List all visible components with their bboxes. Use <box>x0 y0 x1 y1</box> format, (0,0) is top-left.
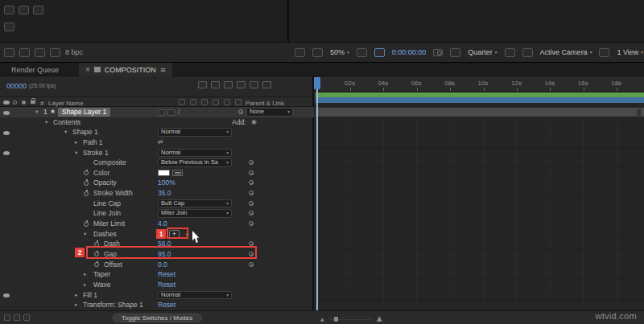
project-flowchart-icon[interactable] <box>4 48 14 57</box>
tab-composition[interactable]: × COMPOSITION ≡ <box>79 63 172 76</box>
playhead-line[interactable] <box>316 81 318 310</box>
property-row-shape-1[interactable]: ▾Shape 1Normal▾ <box>0 127 314 137</box>
color-gradient-swatch[interactable] <box>172 170 183 176</box>
twirl-open-icon[interactable]: ▾ <box>64 127 67 137</box>
magnification-dropdown[interactable]: 50%▾ <box>330 48 349 56</box>
always-preview-icon[interactable] <box>295 48 305 57</box>
property-row-wave[interactable]: ▸WaveReset <box>0 280 314 290</box>
twirl-open-icon[interactable]: ▾ <box>75 148 77 158</box>
twirl-closed-icon[interactable]: ▸ <box>84 280 86 290</box>
channel-icon[interactable] <box>312 48 323 57</box>
property-pickwhip-icon[interactable] <box>249 211 254 215</box>
selection-tool-icon[interactable] <box>4 6 14 14</box>
twirl-open-icon[interactable]: ▾ <box>84 229 86 240</box>
expand-layer-pane-icon[interactable] <box>4 314 10 321</box>
property-pickwhip-icon[interactable] <box>249 262 254 267</box>
property-value[interactable]: 100% <box>158 178 175 188</box>
close-tab-icon[interactable]: × <box>85 65 90 74</box>
value-dropdown[interactable]: Normal▾ <box>158 149 232 158</box>
layer-name[interactable]: Shape Layer 1 <box>58 108 110 117</box>
snapshot-camera-icon[interactable] <box>433 49 443 56</box>
property-pickwhip-icon[interactable] <box>249 191 254 195</box>
visibility-eye-icon[interactable] <box>3 151 10 155</box>
hide-shy-layers-icon[interactable] <box>224 81 233 88</box>
visibility-eye-icon[interactable] <box>3 131 10 135</box>
property-pickwhip-icon[interactable] <box>249 201 254 206</box>
stopwatch-icon[interactable] <box>94 262 99 267</box>
property-row-offset[interactable]: Offset0.0 <box>0 260 314 270</box>
twirl-closed-icon[interactable]: ▸ <box>75 290 77 301</box>
add-menu-button[interactable]: ◉ <box>251 117 257 128</box>
visibility-eye-icon[interactable] <box>3 111 10 115</box>
property-row-miter-limit[interactable]: Miter Limit4.0 <box>0 219 314 229</box>
toggle-switches-modes-button[interactable]: Toggle Switches / Modes <box>113 314 202 322</box>
bit-depth-button[interactable]: 8 bpc <box>65 48 83 56</box>
property-pickwhip-icon[interactable] <box>249 170 254 175</box>
property-row-line-join[interactable]: Line JoinMiter Join▾ <box>0 208 314 219</box>
expand-inout-pane-icon[interactable] <box>14 314 20 321</box>
new-folder-icon[interactable] <box>19 48 30 57</box>
twirl-closed-icon[interactable]: ▸ <box>75 300 77 310</box>
parent-link-column-header[interactable]: Parent & Link <box>246 100 284 107</box>
stopwatch-icon[interactable] <box>84 222 89 227</box>
value-dropdown[interactable]: Below Previous in Sa▾ <box>158 158 232 167</box>
twirl-closed-icon[interactable]: ▸ <box>84 269 86 280</box>
motion-blur-icon[interactable] <box>250 81 258 88</box>
property-row-contents[interactable]: ▾ContentsAdd:◉ <box>0 117 314 128</box>
value-dropdown[interactable]: Miter Join▾ <box>158 209 232 218</box>
twirl-closed-icon[interactable]: ▸ <box>75 137 77 148</box>
graph-editor-icon[interactable] <box>262 81 271 88</box>
twirl-open-icon[interactable]: ▾ <box>35 107 38 117</box>
property-pickwhip-icon[interactable] <box>249 221 254 226</box>
camera-view-dropdown[interactable]: Active Camera▾ <box>540 48 592 56</box>
property-row-taper[interactable]: ▸TaperReset <box>0 269 314 280</box>
stopwatch-icon[interactable] <box>84 170 89 175</box>
property-row-line-cap[interactable]: Line CapButt Cap▾ <box>0 199 314 209</box>
stopwatch-icon[interactable] <box>84 191 89 196</box>
color-swatch[interactable] <box>158 170 170 176</box>
viewer-timecode[interactable]: 0:00:00:00 <box>392 48 427 56</box>
property-value[interactable]: Reset <box>158 280 175 290</box>
tab-render-queue[interactable]: Render Queue <box>11 66 59 74</box>
zoom-slider-thumb[interactable] <box>334 317 338 322</box>
visibility-eye-icon[interactable] <box>3 293 10 297</box>
current-time-indicator[interactable] <box>314 77 320 89</box>
expand-render-pane-icon[interactable] <box>23 314 30 321</box>
value-dropdown[interactable]: Normal▾ <box>158 291 232 300</box>
timeline-zoom-slider[interactable]: ▲ ▲ <box>320 314 382 322</box>
property-row-stroke-width[interactable]: Stroke Width35.0 <box>0 188 314 199</box>
region-of-interest-icon[interactable] <box>505 48 515 57</box>
value-dropdown[interactable]: Butt Cap▾ <box>158 199 232 208</box>
hand-tool-icon[interactable] <box>19 6 29 14</box>
property-value[interactable]: 0.0 <box>158 260 167 270</box>
work-area-bar[interactable] <box>316 97 644 103</box>
property-row-transform-shape-1[interactable]: ▸Transform: Shape 1Reset <box>0 300 314 310</box>
show-snapshot-icon[interactable] <box>450 48 460 57</box>
view-layout-dropdown[interactable]: 1 View▾ <box>617 48 643 56</box>
mask-visibility-icon[interactable] <box>374 48 385 57</box>
property-row-stroke-1[interactable]: ▾Stroke 1Normal▾ <box>0 148 314 158</box>
parent-pickwhip-icon[interactable] <box>238 109 243 114</box>
layer-name-column-header[interactable]: Layer Name <box>48 100 84 107</box>
property-pickwhip-icon[interactable] <box>249 180 254 185</box>
layer-duration-bar[interactable] <box>316 107 644 117</box>
mini-flowchart-icon[interactable] <box>198 81 207 88</box>
layer-row[interactable]: ▾ 1 ★ Shape Layer 1 / None▾ <box>0 107 314 117</box>
stopwatch-icon[interactable] <box>84 181 89 186</box>
value-dropdown[interactable]: Normal▾ <box>158 128 232 137</box>
transparency-grid-icon[interactable] <box>522 48 533 57</box>
property-row-composite[interactable]: CompositeBelow Previous in Sa▾ <box>0 158 314 168</box>
property-row-path-1[interactable]: ▸Path 1⇄ <box>0 137 314 148</box>
resolution-dropdown[interactable]: Quarter▾ <box>468 48 497 56</box>
property-pickwhip-icon[interactable] <box>249 160 254 165</box>
delete-icon[interactable] <box>50 48 60 57</box>
property-value[interactable]: Reset <box>158 269 175 280</box>
current-time-display[interactable]: 00000 <box>6 82 27 90</box>
layer-quality-switch-icon[interactable] <box>158 109 165 116</box>
property-row-opacity[interactable]: Opacity100% <box>0 178 314 188</box>
panel-menu-icon[interactable]: ≡ <box>160 66 167 74</box>
view-options-icon[interactable] <box>599 48 609 57</box>
property-row-color[interactable]: Color <box>0 168 314 178</box>
frame-blending-icon[interactable] <box>237 81 246 88</box>
grid-guides-icon[interactable] <box>357 48 367 57</box>
